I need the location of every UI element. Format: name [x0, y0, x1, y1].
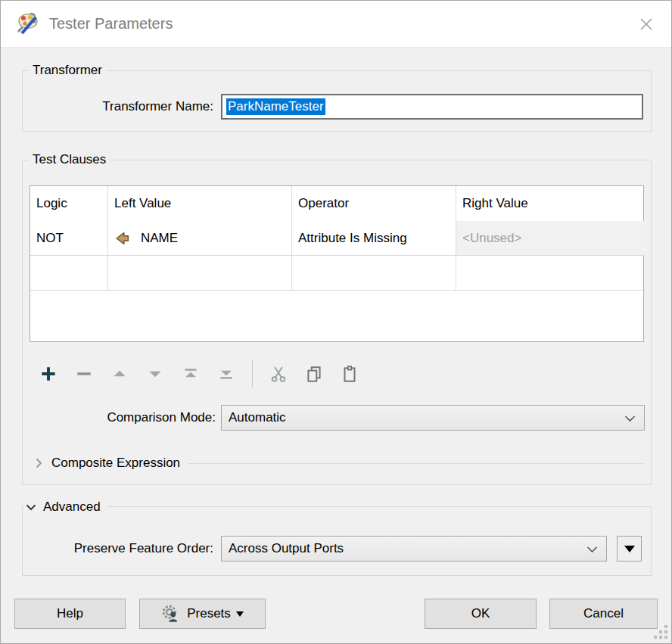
attribute-icon	[114, 230, 131, 247]
advanced-groupbox: Advanced Preserve Feature Order: Across …	[22, 506, 652, 576]
table-cell-operator-empty[interactable]	[292, 256, 456, 291]
preserve-feature-order-value: Across Output Ports	[229, 541, 344, 556]
ok-button-label: OK	[471, 606, 490, 621]
column-header-right-value[interactable]: Right Value	[456, 186, 645, 221]
column-header-operator[interactable]: Operator	[292, 186, 456, 221]
test-clauses-groupbox: Test Clauses Logic Left Value Operator R…	[22, 160, 652, 485]
comparison-mode-value: Automatic	[229, 410, 286, 425]
table-cell-logic-empty[interactable]	[30, 256, 108, 291]
move-down-button[interactable]	[142, 359, 168, 389]
table-cell-right-value[interactable]: <Unused>	[456, 221, 645, 256]
move-up-button[interactable]	[107, 359, 132, 389]
dialog-title: Tester Parameters	[49, 15, 173, 33]
table-cell-left-value[interactable]: NAME	[108, 221, 292, 256]
preserve-feature-order-select[interactable]: Across Output Ports	[221, 536, 607, 562]
preserve-feature-order-label: Preserve Feature Order:	[23, 536, 213, 562]
table-cell-left-value-text: NAME	[141, 231, 178, 246]
add-row-button[interactable]	[36, 359, 61, 389]
composite-expression-toggle[interactable]: Composite Expression	[36, 452, 643, 474]
toolbar-separator	[252, 360, 253, 387]
table-cell-right-value-empty[interactable]	[456, 256, 645, 291]
move-up-icon	[110, 364, 129, 384]
copy-icon	[304, 364, 324, 384]
test-clauses-table: Logic Left Value Operator Right Value NO…	[30, 185, 644, 342]
composite-expression-label: Composite Expression	[51, 456, 180, 471]
chevron-down-icon	[586, 546, 598, 553]
ok-button[interactable]: OK	[425, 599, 537, 629]
move-to-bottom-button[interactable]	[213, 359, 239, 389]
comparison-mode-select[interactable]: Automatic	[221, 405, 645, 431]
move-to-top-button[interactable]	[178, 359, 204, 389]
cut-button[interactable]	[266, 359, 291, 389]
column-header-logic[interactable]: Logic	[30, 186, 108, 221]
move-to-top-icon	[181, 364, 201, 384]
column-header-left-value[interactable]: Left Value	[108, 186, 292, 221]
clause-toolbar	[36, 357, 362, 390]
table-cell-operator[interactable]: Attribute Is Missing	[292, 221, 456, 256]
close-icon	[636, 14, 656, 34]
advanced-group-label: Advanced	[43, 499, 101, 515]
preserve-feature-order-menu-button[interactable]	[617, 536, 642, 562]
paste-icon	[340, 364, 359, 384]
presets-gear-icon	[161, 604, 181, 624]
transformer-name-selected-text: ParkNameTester	[226, 98, 325, 115]
resize-grip[interactable]	[653, 625, 667, 639]
table-cell-logic[interactable]: NOT	[30, 221, 108, 256]
paste-button[interactable]	[337, 359, 362, 389]
presets-button[interactable]: Presets	[139, 599, 266, 629]
composite-expression-rule	[188, 463, 643, 464]
tester-parameters-dialog: { "window": { "title": "Tester Parameter…	[0, 0, 672, 644]
cancel-button[interactable]: Cancel	[549, 599, 658, 629]
copy-button[interactable]	[301, 359, 327, 389]
test-clauses-group-label: Test Clauses	[29, 152, 110, 167]
cancel-button-label: Cancel	[583, 606, 624, 621]
chevron-right-icon	[36, 458, 42, 468]
remove-row-button[interactable]	[71, 359, 97, 389]
scissors-icon	[269, 364, 288, 384]
tester-transformer-icon	[13, 10, 42, 39]
transformer-name-input[interactable]: ParkNameTester	[221, 94, 643, 120]
transformer-name-label: Transformer Name:	[23, 94, 213, 120]
move-to-bottom-icon	[216, 364, 236, 384]
close-button[interactable]	[635, 13, 658, 36]
filled-triangle-down-icon	[624, 546, 635, 552]
table-cell-left-value-empty[interactable]	[108, 256, 292, 291]
presets-button-label: Presets	[187, 606, 231, 621]
help-button-label: Help	[57, 606, 83, 621]
title-bar: Tester Parameters	[1, 1, 671, 48]
comparison-mode-label: Comparison Mode:	[23, 405, 216, 431]
plus-icon	[39, 364, 58, 384]
advanced-toggle[interactable]: Advanced	[24, 499, 107, 515]
chevron-down-icon	[624, 415, 636, 422]
move-down-icon	[145, 364, 165, 384]
minus-icon	[74, 364, 94, 384]
transformer-group-label: Transformer	[29, 63, 106, 78]
transformer-groupbox: Transformer Transformer Name: ParkNameTe…	[22, 70, 652, 132]
chevron-down-icon	[26, 504, 36, 511]
help-button[interactable]: Help	[14, 599, 126, 629]
filled-triangle-down-icon	[236, 611, 244, 617]
